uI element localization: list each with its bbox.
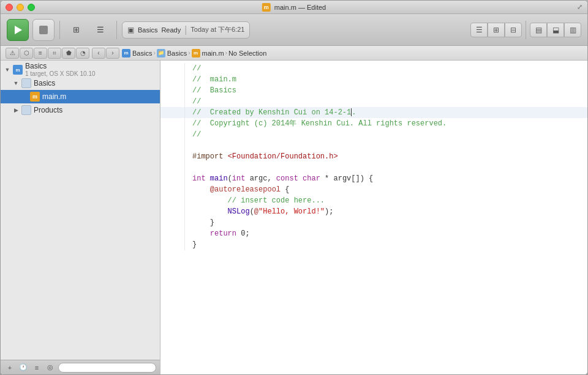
clock-button[interactable]: 🕐	[18, 362, 29, 373]
file-icon: m	[262, 3, 271, 12]
tree-item-mainm[interactable]: m main.m	[1, 90, 160, 103]
line-content-9: #import <Foundation/Foundation.h>	[185, 151, 582, 162]
sidebar: m Basics 1 target, OS X SDK 10.10 Basics…	[1, 61, 160, 374]
line-num-6	[160, 118, 185, 129]
line-num-1	[160, 63, 185, 74]
standard-editor-button[interactable]: ☰	[470, 23, 488, 37]
nav-find-button[interactable]: ≡	[34, 48, 47, 59]
code-line-15: }	[160, 217, 587, 228]
code-editor[interactable]: // // main.m // Basics //	[160, 61, 587, 374]
basics-project-icon: m	[122, 49, 130, 58]
toolbar-separator-3	[526, 21, 526, 39]
line-content-4: //	[185, 96, 582, 107]
tree-item-basics-group[interactable]: Basics	[1, 76, 160, 90]
nav-history-button[interactable]: ⌗	[48, 48, 61, 59]
run-button[interactable]	[7, 19, 29, 41]
scheme-status: Ready	[161, 26, 181, 34]
line-num-10	[160, 162, 185, 173]
nav-left-icons: ⚠ ⬡ ≡ ⌗ ⬟ ◔	[6, 48, 89, 59]
nav-bookmark-button[interactable]: ⬡	[20, 48, 33, 59]
toolbar-timestamp: Today at 下午6:21	[190, 25, 244, 34]
editor-area: // // main.m // Basics //	[160, 61, 587, 374]
filter-input[interactable]	[58, 363, 156, 373]
tasks-button[interactable]: ☰	[89, 18, 111, 42]
group-icon	[21, 78, 31, 88]
nav-warning-button[interactable]: ⚠	[6, 48, 19, 59]
line-num-14	[160, 206, 185, 217]
disclosure-products	[12, 106, 20, 114]
code-line-3: // Basics	[160, 85, 587, 96]
scope-button[interactable]: ◎	[45, 362, 56, 373]
breakpoints-button[interactable]: ⊞	[65, 18, 87, 42]
add-item-button[interactable]: +	[4, 362, 15, 373]
disclosure-basics-project	[3, 65, 12, 74]
breadcrumb-label-noselection: No Selection	[228, 50, 266, 57]
line-content-12: @autoreleasepool {	[185, 184, 582, 195]
line-num-15	[160, 217, 185, 228]
tree-item-products[interactable]: Products	[1, 103, 160, 117]
code-line-2: // main.m	[160, 74, 587, 85]
line-content-15: }	[185, 217, 582, 228]
text-cursor	[351, 108, 352, 116]
editor-view-group: ☰ ⊞ ⊟	[470, 23, 522, 37]
breadcrumb-item-basics2[interactable]: 📁 Basics	[157, 49, 187, 58]
code-line-1: //	[160, 63, 587, 74]
close-button[interactable]	[6, 4, 13, 11]
nav-forward-button[interactable]: ›	[106, 48, 119, 59]
line-num-5	[160, 107, 185, 118]
version-editor-button[interactable]: ⊟	[505, 23, 522, 37]
breadcrumb: m Basics › 📁 Basics › m main.m › No Sele…	[122, 49, 266, 58]
breadcrumb-label-basics2: Basics	[167, 50, 187, 57]
filter-button[interactable]: ≡	[31, 362, 42, 373]
project-sublabel: 1 target, OS X SDK 10.10	[25, 70, 96, 78]
breadcrumb-item-basics1[interactable]: m Basics	[122, 49, 152, 58]
sidebar-bottom: + 🕐 ≡ ◎	[1, 360, 160, 374]
breadcrumb-item-noselection[interactable]: No Selection	[228, 50, 266, 57]
code-line-14: NSLog(@"Hello, World!");	[160, 206, 587, 217]
nav-back-button[interactable]: ‹	[92, 48, 105, 59]
line-content-8	[185, 140, 582, 151]
breakpoints-icon: ⊞	[73, 25, 80, 34]
titlebar: m main.m — Edited ⤢	[1, 1, 587, 14]
line-content-11: int main(int argc, const char * argv[]) …	[185, 173, 582, 184]
sidebar-tree: m Basics 1 target, OS X SDK 10.10 Basics…	[1, 61, 160, 360]
project-icon: m	[13, 65, 23, 75]
code-line-8	[160, 140, 587, 151]
line-num-2	[160, 74, 185, 85]
code-line-4: //	[160, 96, 587, 107]
line-content-5: // Created by Kenshin Cui on 14-2-1.	[185, 107, 582, 118]
disclosure-mainm	[20, 92, 29, 101]
toolbar-right: ☰ ⊞ ⊟ ▤ ⬓ ▥	[470, 21, 581, 39]
nav-report-button[interactable]: ◔	[76, 48, 89, 59]
debug-button[interactable]: ⬓	[547, 23, 564, 37]
breadcrumb-sep-1: ›	[153, 50, 155, 56]
products-icon	[21, 105, 31, 115]
utilities-button[interactable]: ▥	[564, 23, 581, 37]
breadcrumb-item-mainm[interactable]: m main.m	[192, 49, 224, 58]
toolbar-divider: |	[184, 24, 187, 35]
assistant-editor-button[interactable]: ⊞	[488, 23, 505, 37]
toolbar-separator-1	[59, 21, 60, 39]
resize-icon: ⤢	[577, 3, 582, 11]
line-content-16: return 0;	[185, 228, 582, 239]
code-line-16: return 0;	[160, 228, 587, 239]
project-label: Basics	[25, 62, 96, 70]
stop-button[interactable]	[32, 19, 55, 41]
window-title: main.m — Edited	[274, 4, 326, 11]
nav-arrow-group: ‹ ›	[92, 48, 119, 59]
toolbar-separator-2	[116, 21, 117, 39]
objc-icon: m	[30, 92, 40, 102]
mainm-label: main.m	[42, 92, 157, 101]
line-num-12	[160, 184, 185, 195]
tree-item-basics-project[interactable]: m Basics 1 target, OS X SDK 10.10	[1, 63, 160, 76]
disclosure-basics-group	[12, 79, 20, 87]
products-label: Products	[34, 106, 157, 114]
panel-view-group: ▤ ⬓ ▥	[530, 23, 581, 37]
scheme-selector[interactable]: ▣ Basics Ready | Today at 下午6:21	[122, 21, 250, 39]
minimize-button[interactable]	[17, 4, 24, 11]
navigator-button[interactable]: ▤	[530, 23, 547, 37]
line-content-3: // Basics	[185, 85, 582, 96]
main-window: m main.m — Edited ⤢ ⊞ ☰ ▣ Basics Ready |…	[0, 0, 588, 375]
nav-breakpoint-button[interactable]: ⬟	[62, 48, 75, 59]
maximize-button[interactable]	[28, 4, 35, 11]
